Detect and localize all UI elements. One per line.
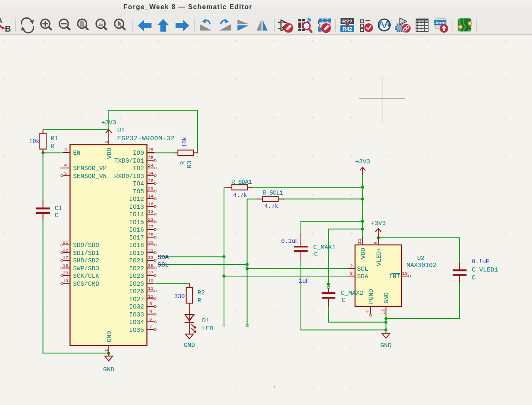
svg-text:SHD/SD2: SHD/SD2: [73, 257, 99, 264]
svg-text:IO12: IO12: [129, 196, 144, 203]
svg-text:22: 22: [63, 248, 68, 253]
svg-text:SWP/SD3: SWP/SD3: [73, 265, 99, 272]
svg-text:10k: 10k: [181, 137, 188, 147]
svg-text:13: 13: [402, 271, 408, 276]
svg-text:25: 25: [148, 148, 153, 153]
svg-text:GND: GND: [383, 292, 390, 304]
svg-text:0.1uF: 0.1uF: [472, 258, 489, 265]
svg-text:9: 9: [149, 309, 152, 314]
svg-text:SDO/SDO: SDO/SDO: [73, 242, 99, 249]
svg-text:C: C: [314, 251, 318, 258]
svg-text:SCK/CLK: SCK/CLK: [73, 273, 99, 280]
svg-text:29: 29: [148, 186, 153, 191]
svg-text:SCS/CMD: SCS/CMD: [73, 281, 99, 288]
svg-text:IO23: IO23: [129, 273, 144, 280]
svg-text:GND: GND: [380, 342, 392, 349]
svg-text:1: 1: [104, 349, 109, 352]
svg-text:R2: R2: [197, 289, 205, 296]
svg-text:SDI/SD1: SDI/SD1: [73, 250, 99, 257]
svg-text:0.1uF: 0.1uF: [281, 238, 298, 244]
svg-text:12: 12: [148, 294, 153, 299]
svg-text:IO16: IO16: [129, 227, 144, 234]
svg-text:19: 19: [63, 279, 68, 284]
svg-text:IO15: IO15: [129, 219, 144, 226]
svg-text:R42: R42: [342, 26, 352, 32]
svg-text:IO4: IO4: [133, 180, 144, 188]
svg-text:C_VLED1: C_VLED1: [472, 267, 498, 274]
svg-text:PGND: PGND: [368, 289, 375, 304]
svg-text:SDA: SDA: [158, 254, 169, 261]
svg-text:3: 3: [64, 148, 67, 153]
svg-text:IO17: IO17: [129, 235, 144, 242]
svg-text:IO33: IO33: [129, 311, 144, 319]
svg-text:IO18: IO18: [129, 242, 144, 249]
svg-text:D1: D1: [202, 317, 209, 324]
svg-text:C1: C1: [55, 205, 62, 212]
svg-text:GND: GND: [103, 366, 114, 373]
svg-text:IO19: IO19: [129, 250, 144, 257]
svg-text:27: 27: [148, 225, 153, 230]
svg-text:4: 4: [64, 163, 67, 168]
svg-text:SDA: SDA: [357, 273, 368, 280]
svg-text:A: A: [0, 17, 2, 25]
svg-text:17: 17: [63, 255, 68, 260]
svg-text:21: 21: [63, 240, 69, 245]
svg-text:GND: GND: [184, 342, 195, 349]
svg-text:C_MAX2: C_MAX2: [341, 290, 363, 297]
svg-text:VDD: VDD: [360, 248, 367, 259]
svg-text:30: 30: [148, 240, 153, 245]
svg-text:6: 6: [149, 317, 152, 322]
svg-text:20: 20: [63, 271, 68, 276]
svg-text:5: 5: [64, 171, 67, 176]
svg-text:28: 28: [148, 232, 153, 237]
svg-text:R1: R1: [51, 135, 58, 142]
svg-text:INT: INT: [389, 273, 400, 280]
svg-text:4.7k: 4.7k: [264, 203, 278, 210]
svg-text:37: 37: [148, 271, 153, 276]
svg-text:IO27: IO27: [129, 296, 144, 303]
svg-text:1uF: 1uF: [299, 278, 309, 284]
svg-text:330: 330: [174, 293, 185, 300]
svg-text:SCL: SCL: [357, 266, 368, 273]
svg-text:IO2: IO2: [133, 165, 144, 172]
svg-text:16: 16: [148, 202, 153, 207]
svg-text:VDD: VDD: [106, 148, 113, 159]
svg-text:2: 2: [350, 264, 353, 269]
svg-text:33: 33: [148, 255, 153, 260]
svg-text:36: 36: [148, 263, 153, 268]
svg-text:3: 3: [350, 271, 353, 276]
svg-text:TXD0/IO1: TXD0/IO1: [114, 158, 144, 165]
svg-text:IO5: IO5: [133, 188, 144, 195]
svg-text:+3V3: +3V3: [371, 220, 386, 227]
svg-text:4: 4: [365, 310, 370, 313]
svg-text:18: 18: [63, 263, 68, 268]
svg-text:MAX30102: MAX30102: [406, 262, 436, 269]
svg-text:LED: LED: [202, 325, 213, 332]
svg-text:4.7k: 4.7k: [233, 192, 247, 199]
svg-text:R: R: [51, 143, 54, 150]
svg-text:IO35: IO35: [129, 327, 144, 334]
svg-text:R_SCL1: R_SCL1: [263, 190, 283, 197]
svg-text:R_SDA1: R_SDA1: [232, 179, 252, 186]
svg-text:35: 35: [148, 156, 153, 161]
svg-text:IO26: IO26: [129, 288, 144, 295]
svg-text:34: 34: [148, 171, 154, 176]
svg-text:IO0: IO0: [133, 150, 144, 157]
svg-text:C_MAX1: C_MAX1: [313, 244, 336, 251]
svg-text:GND: GND: [106, 331, 113, 342]
svg-text:14: 14: [148, 194, 154, 199]
svg-text:SENSOR_VP: SENSOR_VP: [73, 165, 107, 172]
svg-text:2: 2: [104, 141, 109, 143]
svg-text:U1: U1: [117, 127, 125, 134]
svg-text:12: 12: [381, 309, 386, 314]
svg-text:26: 26: [148, 178, 153, 183]
svg-text:24: 24: [148, 163, 154, 168]
svg-text:C: C: [55, 212, 59, 219]
svg-text:C: C: [472, 274, 475, 282]
svg-text:9: 9: [373, 242, 378, 244]
svg-text:U2: U2: [417, 255, 424, 262]
svg-text:IO14: IO14: [129, 211, 144, 218]
svg-text:SENSOR_VN: SENSOR_VN: [73, 173, 107, 180]
svg-text:R: R: [180, 161, 187, 165]
svg-text:RXD0/IO3: RXD0/IO3: [114, 173, 144, 180]
